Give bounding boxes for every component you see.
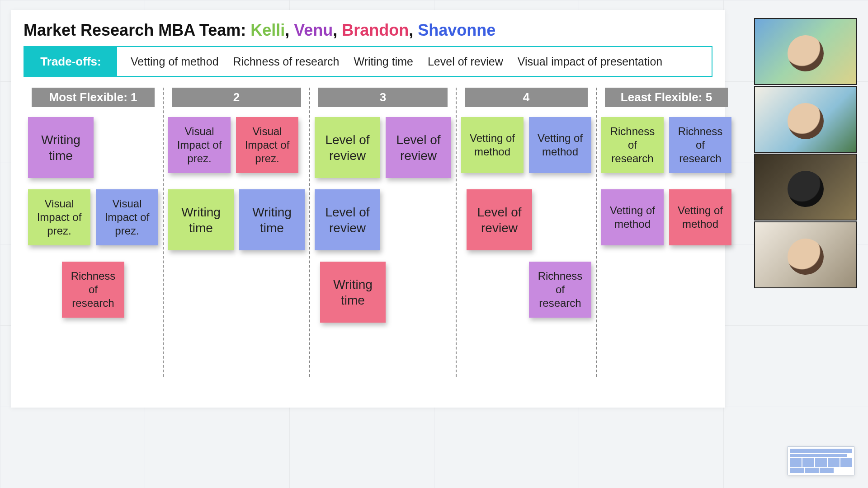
sticky-note[interactable]: Richness of research: [62, 262, 124, 318]
sticky-note[interactable]: Vetting of method: [669, 189, 731, 245]
tradeoffs-items: Vetting of method Richness of research W…: [117, 47, 712, 76]
sticky-note[interactable]: Vetting of method: [461, 117, 524, 173]
sticky-note[interactable]: Vetting of method: [601, 189, 664, 245]
column-header: Most Flexible: 1: [32, 88, 155, 107]
tradeoff-item: Writing time: [354, 55, 413, 68]
notes-row: Level of review: [461, 189, 591, 253]
notes-row: Writing timeWriting time: [168, 189, 305, 253]
sticky-note[interactable]: Level of review: [315, 189, 380, 250]
video-tile[interactable]: [754, 154, 857, 221]
sticky-note[interactable]: Level of review: [386, 117, 451, 178]
notes-row: Richness of researchRichness of research: [601, 117, 731, 180]
sticky-note[interactable]: Writing time: [239, 189, 305, 250]
tradeoff-item: Level of review: [428, 55, 503, 68]
notes-row: Visual Impact of prez.Visual Impact of p…: [28, 189, 158, 253]
sticky-note[interactable]: Richness of research: [529, 262, 591, 318]
tradeoffs-bar: Trade-offs: Vetting of method Richness o…: [24, 46, 712, 77]
notes-row: Writing time: [315, 262, 451, 325]
video-tile[interactable]: [754, 221, 857, 288]
sticky-note[interactable]: Richness of research: [601, 117, 664, 173]
sticky-note[interactable]: Vetting of method: [529, 117, 591, 173]
column-header: 2: [172, 88, 301, 107]
sticky-note[interactable]: Visual Impact of prez.: [28, 189, 90, 245]
whiteboard-frame[interactable]: Market Research MBA Team: Kelli, Venu, B…: [11, 10, 725, 408]
title-sep: ,: [409, 21, 418, 39]
sticky-note[interactable]: Level of review: [315, 117, 380, 178]
notes-row: Level of reviewLevel of review: [315, 117, 451, 180]
column-header: 3: [318, 88, 448, 107]
column[interactable]: Least Flexible: 5Richness of researchRic…: [596, 88, 736, 377]
page-title: Market Research MBA Team: Kelli, Venu, B…: [24, 21, 712, 40]
title-sep: ,: [285, 21, 294, 39]
video-strip: [754, 18, 857, 288]
notes-row: Richness of research: [461, 262, 591, 325]
notes-row: Vetting of methodVetting of method: [461, 117, 591, 180]
column-header: Least Flexible: 5: [605, 88, 728, 107]
sticky-note[interactable]: Visual Impact of prez.: [168, 117, 231, 173]
sticky-note[interactable]: Writing time: [320, 262, 386, 323]
sticky-note[interactable]: Writing time: [28, 117, 94, 178]
column[interactable]: Most Flexible: 1Writing timeVisual Impac…: [24, 88, 163, 377]
title-sep: ,: [333, 21, 342, 39]
video-tile[interactable]: [754, 86, 857, 153]
sticky-note[interactable]: Richness of research: [669, 117, 731, 173]
title-name-brandon: Brandon: [342, 21, 409, 39]
notes-row: Vetting of methodVetting of method: [601, 189, 731, 253]
notes-row: [601, 262, 731, 325]
notes-row: Visual Impact of prez.Visual Impact of p…: [168, 117, 305, 180]
sticky-note[interactable]: Visual Impact of prez.: [96, 189, 158, 245]
tradeoff-item: Vetting of method: [131, 55, 219, 68]
column[interactable]: 2Visual Impact of prez.Visual Impact of …: [163, 88, 309, 377]
tradeoff-item: Richness of research: [233, 55, 340, 68]
column[interactable]: 3Level of reviewLevel of reviewLevel of …: [309, 88, 456, 377]
sticky-note[interactable]: Visual Impact of prez.: [236, 117, 298, 173]
tradeoff-item: Visual impact of presentation: [518, 55, 663, 68]
title-name-venu: Venu: [294, 21, 333, 39]
column[interactable]: 4Vetting of methodVetting of methodLevel…: [456, 88, 596, 377]
sticky-note[interactable]: Level of review: [467, 189, 532, 250]
column-header: 4: [465, 88, 588, 107]
notes-row: [168, 262, 305, 325]
sticky-note[interactable]: Writing time: [168, 189, 234, 250]
title-prefix: Market Research MBA Team:: [24, 21, 250, 39]
notes-row: Richness of research: [28, 262, 158, 325]
notes-row: Writing time: [28, 117, 158, 180]
title-name-shavonne: Shavonne: [418, 21, 495, 39]
video-tile[interactable]: [754, 18, 857, 85]
tradeoffs-label: Trade-offs:: [24, 47, 117, 76]
title-name-kelli: Kelli: [250, 21, 285, 39]
columns-container: Most Flexible: 1Writing timeVisual Impac…: [24, 88, 712, 377]
minimap[interactable]: [788, 446, 854, 475]
notes-row: Level of review: [315, 189, 451, 253]
